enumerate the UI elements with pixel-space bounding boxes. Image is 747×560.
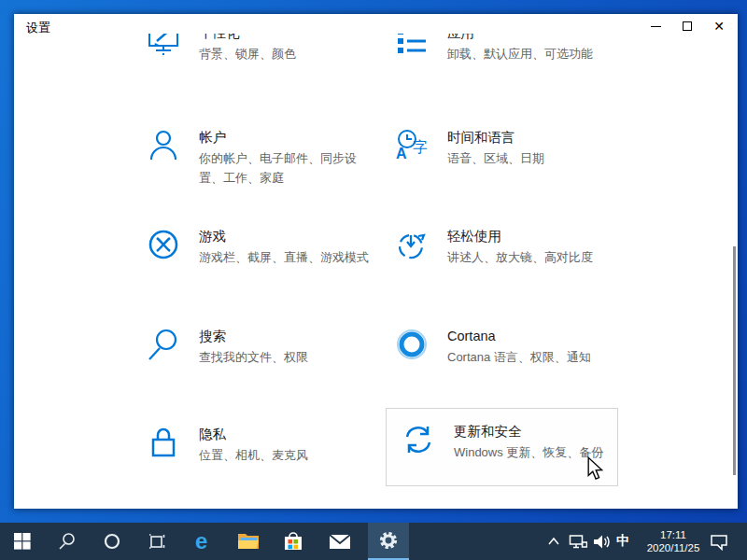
category-title: 帐户 bbox=[199, 128, 378, 147]
category-title: 游戏 bbox=[199, 227, 378, 245]
svg-text:e: e bbox=[195, 529, 207, 553]
category-desc: 位置、相机、麦克风 bbox=[199, 445, 378, 465]
category-title: 更新和安全 bbox=[454, 422, 617, 441]
update-security-sync-icon bbox=[400, 421, 437, 458]
category-title: 个性化 bbox=[199, 34, 378, 42]
category-personalization[interactable]: 个性化 背景、锁屏、颜色 bbox=[145, 34, 378, 63]
search-icon bbox=[58, 532, 77, 551]
taskbar: e bbox=[0, 523, 747, 560]
category-title: 时间和语言 bbox=[447, 128, 627, 147]
taskbar-cortana-button[interactable] bbox=[90, 523, 134, 560]
category-desc: 查找我的文件、权限 bbox=[199, 347, 378, 367]
settings-taskbar-button[interactable] bbox=[368, 523, 409, 560]
clock-date: 2020/11/25 bbox=[647, 542, 700, 553]
settings-grid: 个性化 背景、锁屏、颜色 应用 bbox=[15, 34, 735, 509]
scrollbar-thumb[interactable] bbox=[733, 246, 736, 475]
mail-button[interactable] bbox=[319, 523, 360, 560]
category-title: 搜索 bbox=[199, 327, 378, 345]
clock-time: 17:11 bbox=[660, 529, 686, 540]
ime-label: 中 bbox=[616, 533, 629, 550]
close-icon: ✕ bbox=[713, 21, 725, 31]
ime-indicator[interactable]: 中 bbox=[611, 523, 635, 560]
category-apps[interactable]: 应用 卸载、默认应用、可选功能 bbox=[393, 34, 627, 63]
desktop: 设置 ✕ 个性化 背景、锁 bbox=[0, 0, 747, 560]
cortana-icon bbox=[393, 326, 430, 363]
edge-icon: e bbox=[191, 529, 216, 553]
category-time-language[interactable]: A 字 时间和语言 语音、区域、日期 bbox=[393, 127, 627, 168]
category-title: 应用 bbox=[447, 34, 627, 42]
category-desc: 语音、区域、日期 bbox=[447, 148, 627, 168]
category-update-security[interactable]: 更新和安全 Windows 更新、恢复、备份 bbox=[386, 408, 618, 486]
ease-of-access-icon bbox=[393, 226, 430, 263]
action-center-button[interactable] bbox=[702, 523, 736, 560]
mouse-cursor bbox=[586, 456, 603, 484]
speaker-volume-icon bbox=[593, 534, 612, 550]
tray-chevron-button[interactable] bbox=[543, 523, 564, 560]
windows-logo-icon bbox=[14, 533, 31, 550]
category-title: 轻松使用 bbox=[447, 227, 627, 245]
edge-button[interactable]: e bbox=[183, 523, 224, 560]
category-search[interactable]: 搜索 查找我的文件、权限 bbox=[145, 326, 378, 367]
settings-window: 设置 ✕ 个性化 背景、锁 bbox=[14, 14, 738, 509]
personalization-icon bbox=[145, 34, 182, 60]
store-button[interactable] bbox=[273, 523, 314, 560]
category-gaming[interactable]: 游戏 游戏栏、截屏、直播、游戏模式 bbox=[145, 226, 378, 267]
category-title: Cortana bbox=[447, 327, 627, 345]
category-ease-of-access[interactable]: 轻松使用 讲述人、放大镜、高对比度 bbox=[393, 226, 627, 267]
category-cortana[interactable]: Cortana Cortana 语言、权限、通知 bbox=[393, 326, 627, 367]
apps-icon bbox=[393, 34, 430, 60]
minimize-icon bbox=[651, 26, 661, 27]
maximize-icon bbox=[683, 21, 692, 31]
category-desc: 游戏栏、截屏、直播、游戏模式 bbox=[199, 247, 378, 267]
file-explorer-icon bbox=[237, 532, 260, 551]
category-desc: Cortana 语言、权限、通知 bbox=[447, 347, 627, 367]
category-desc: 卸载、默认应用、可选功能 bbox=[447, 44, 627, 63]
mail-icon bbox=[329, 533, 351, 551]
network-ethernet-icon bbox=[569, 534, 587, 550]
category-accounts[interactable]: 帐户 你的帐户、电子邮件、同步设置、工作、家庭 bbox=[145, 127, 378, 188]
category-desc: 讲述人、放大镜、高对比度 bbox=[447, 247, 627, 267]
file-explorer-button[interactable] bbox=[228, 523, 269, 560]
store-icon bbox=[282, 530, 304, 553]
accounts-icon bbox=[145, 127, 182, 164]
svg-text:A: A bbox=[396, 146, 407, 161]
task-view-button[interactable] bbox=[134, 523, 179, 560]
chevron-up-icon bbox=[547, 537, 560, 546]
search-magnifier-icon bbox=[145, 326, 182, 363]
category-privacy[interactable]: 隐私 位置、相机、麦克风 bbox=[145, 424, 378, 465]
start-button[interactable] bbox=[0, 523, 45, 560]
task-view-icon bbox=[148, 532, 166, 551]
settings-gear-icon bbox=[378, 530, 399, 551]
gaming-xbox-icon bbox=[145, 226, 182, 263]
time-language-icon: A 字 bbox=[393, 127, 430, 164]
action-center-icon bbox=[710, 533, 728, 551]
cortana-icon bbox=[103, 532, 121, 551]
category-desc: 背景、锁屏、颜色 bbox=[199, 44, 378, 63]
network-tray-button[interactable] bbox=[566, 523, 590, 560]
privacy-lock-icon bbox=[145, 424, 182, 461]
taskbar-clock[interactable]: 17:11 2020/11/25 bbox=[637, 528, 710, 554]
category-title: 隐私 bbox=[199, 425, 378, 443]
taskbar-search-button[interactable] bbox=[45, 523, 90, 560]
category-desc: 你的帐户、电子邮件、同步设置、工作、家庭 bbox=[199, 148, 378, 188]
svg-text:字: 字 bbox=[413, 139, 428, 155]
